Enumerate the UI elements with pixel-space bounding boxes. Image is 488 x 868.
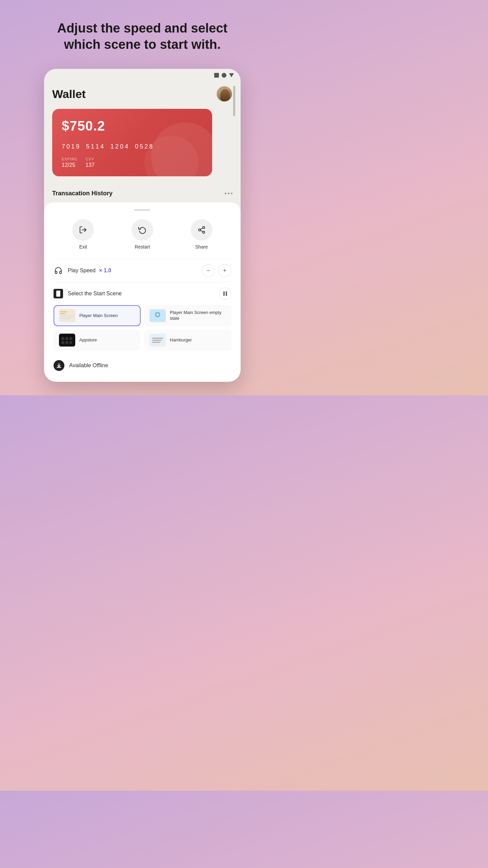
wallet-header: Wallet: [52, 86, 232, 102]
wifi-icon: [222, 73, 226, 78]
restart-label: Restart: [135, 244, 150, 250]
battery-icon: [229, 73, 234, 77]
card-number: 7019 5114 1204 0528: [62, 143, 203, 150]
scene-name-appstore: Appstore: [79, 337, 97, 343]
transaction-section: Transacation History: [44, 184, 241, 202]
increase-speed-button[interactable]: +: [218, 264, 231, 277]
scene-thumb-empty: [149, 309, 166, 322]
share-label: Share: [195, 244, 208, 250]
svg-line-4: [200, 231, 203, 232]
svg-rect-7: [60, 311, 67, 312]
scene-section: Select the Start Scene: [54, 282, 231, 371]
svg-rect-11: [60, 318, 70, 319]
svg-rect-22: [152, 338, 163, 339]
credit-card: $750.2 7019 5114 1204 0528 EXPIRE 12/25 …: [52, 109, 212, 176]
play-speed-row: Play Speed × 1.0 − +: [54, 259, 231, 282]
svg-rect-20: [69, 341, 72, 344]
exit-icon-circle: [72, 219, 94, 241]
svg-rect-10: [60, 317, 73, 317]
drag-handle[interactable]: [134, 209, 150, 211]
transaction-title: Transacation History: [52, 190, 113, 197]
headphone-icon: [54, 266, 63, 275]
speed-controls: − +: [202, 264, 231, 277]
offline-row: Available Offline: [54, 357, 231, 371]
exit-label: Exit: [79, 244, 87, 250]
svg-rect-19: [65, 341, 68, 344]
scene-item-hamburger[interactable]: Hamburger: [144, 330, 231, 351]
headline: Adjust the speed and select which scene …: [57, 20, 228, 53]
scene-title: Select the Start Scene: [68, 291, 219, 297]
svg-rect-9: [60, 315, 74, 316]
card-expire: EXPIRE 12/25: [62, 157, 77, 168]
scene-thumb-hamburger: [149, 334, 166, 347]
action-buttons: Exit Restart: [54, 219, 231, 250]
card-details: EXPIRE 12/25 CVV 137: [62, 157, 203, 168]
speed-value: × 1.0: [99, 268, 111, 273]
card-balance: $750.2: [62, 118, 203, 134]
svg-rect-23: [152, 340, 162, 341]
svg-rect-17: [69, 337, 72, 340]
share-icon-circle: [191, 219, 212, 241]
svg-rect-18: [61, 341, 64, 344]
more-options-icon[interactable]: [225, 193, 232, 194]
scene-icon: [54, 289, 63, 298]
share-button[interactable]: Share: [191, 219, 212, 250]
status-bar: [44, 69, 241, 79]
play-speed-label: Play Speed × 1.0: [68, 268, 202, 274]
download-icon: [54, 360, 64, 371]
scene-name-player-main: Player Main Screen: [79, 313, 118, 319]
restart-icon-circle: [131, 219, 153, 241]
scene-name-hamburger: Hamburger: [170, 337, 192, 343]
exit-button[interactable]: Exit: [72, 219, 94, 250]
scene-name-player-empty: Player Main Screen empty state: [170, 310, 226, 321]
restart-button[interactable]: Restart: [131, 219, 153, 250]
svg-rect-16: [65, 337, 68, 340]
offline-label: Available Offline: [69, 362, 108, 369]
pause-icon[interactable]: [219, 288, 231, 300]
scene-header: Select the Start Scene: [54, 288, 231, 300]
svg-line-5: [200, 228, 203, 230]
scene-thumb-appstore: [59, 334, 75, 347]
bottom-sheet: Exit Restart: [44, 202, 241, 382]
scene-item-appstore[interactable]: Appstore: [54, 330, 141, 351]
phone-frame: Wallet $750.2 7019 5114 1204 0528 EXPIRE…: [44, 69, 241, 382]
svg-rect-15: [61, 337, 64, 340]
svg-rect-24: [152, 342, 160, 343]
scene-thumb-main: [59, 309, 75, 322]
avatar[interactable]: [216, 86, 232, 102]
signal-icon: [214, 73, 219, 78]
wallet-section: Wallet $750.2 7019 5114 1204 0528 EXPIRE…: [44, 79, 241, 184]
scene-item-player-empty[interactable]: Player Main Screen empty state: [144, 305, 231, 326]
wallet-title: Wallet: [52, 87, 86, 101]
svg-rect-8: [60, 313, 65, 314]
card-cvv: CVV 137: [85, 157, 95, 168]
scene-grid: Player Main Screen Player Main Screen em…: [54, 305, 231, 351]
scene-item-player-main[interactable]: Player Main Screen: [54, 305, 141, 326]
decrease-speed-button[interactable]: −: [202, 264, 215, 277]
scrollbar[interactable]: [233, 86, 235, 116]
